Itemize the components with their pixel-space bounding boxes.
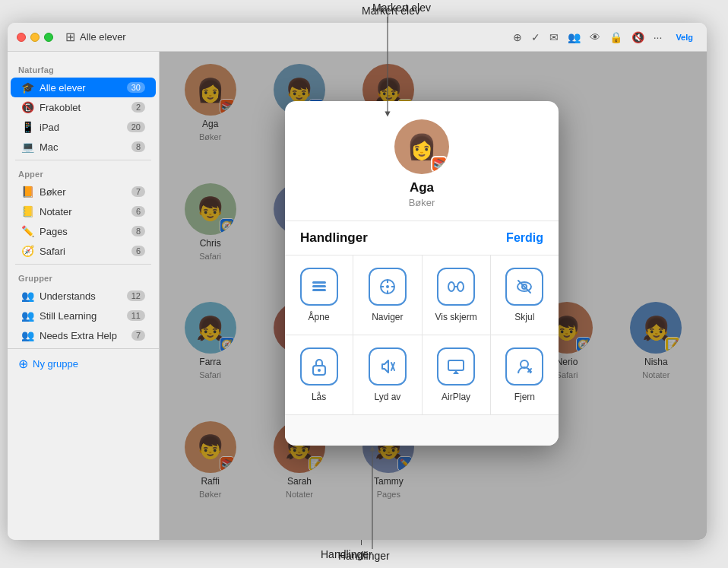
las-label: Lås: [312, 392, 326, 402]
sidebar-count-notater: 6: [131, 206, 145, 217]
sidebar-item-frakoblet[interactable]: 📵 Frakoblet 2: [11, 97, 156, 117]
apne-icon: [300, 268, 338, 306]
traffic-lights: [17, 33, 53, 42]
titlebar: ⊞ Alle elever ⊕ ✓ ✉ 👥 👁 🔒 🔇 ··· Velg: [8, 23, 707, 52]
still-learning-icon: 👥: [21, 309, 34, 322]
sidebar-count-frakoblet: 2: [131, 102, 145, 113]
understands-icon: 👥: [21, 290, 34, 302]
mute-icon[interactable]: 🔇: [631, 31, 644, 43]
sidebar-label-safari: Safari: [40, 246, 126, 257]
sidebar-divider-2: [15, 264, 151, 265]
frakoblet-icon: 📵: [21, 101, 34, 113]
main-window: ⊞ Alle elever ⊕ ✓ ✉ 👥 👁 🔒 🔇 ··· Velg Nat…: [8, 23, 707, 540]
svg-rect-19: [448, 360, 464, 370]
action-naviger[interactable]: Naviger: [353, 255, 421, 335]
modal-title-row: Handlinger Ferdig: [285, 221, 559, 255]
sidebar: Naturfag 🎓 Alle elever 30 📵 Frakoblet 2 …: [8, 52, 160, 540]
group-icon[interactable]: 👥: [568, 31, 581, 43]
las-icon: [300, 347, 338, 386]
content-area: 👩 📚 Aga Bøker 👦 🧭 Brian Safari: [160, 52, 707, 540]
annotation-marked-student-label: Markert elev: [362, 5, 420, 17]
svg-point-4: [386, 285, 389, 288]
sidebar-footer: ⊕ Ny gruppe: [8, 348, 159, 379]
action-vis-skjerm[interactable]: Vis skjerm: [423, 255, 490, 335]
window-title: Alle elever: [80, 31, 126, 43]
modal-footer: [285, 415, 559, 446]
sidebar-count-still-learning: 11: [127, 310, 145, 321]
skjul-label: Skjul: [514, 312, 534, 322]
svg-rect-2: [312, 281, 326, 284]
lyd-av-label: Lyd av: [374, 392, 400, 402]
maximize-button[interactable]: [44, 33, 53, 42]
action-las[interactable]: Lås: [285, 335, 353, 414]
mac-icon: 💻: [21, 141, 34, 153]
airplay-icon: [437, 347, 475, 386]
sidebar-item-alle-elever[interactable]: 🎓 Alle elever 30: [11, 78, 156, 97]
new-group-button[interactable]: ⊕ Ny gruppe: [18, 357, 78, 371]
lyd-av-icon: [369, 347, 407, 386]
more-icon[interactable]: ···: [654, 31, 663, 43]
sidebar-count-alle-elever: 30: [127, 82, 145, 93]
sidebar-item-mac[interactable]: 💻 Mac 8: [11, 137, 156, 157]
action-apne[interactable]: Åpne: [285, 255, 353, 335]
sidebar-toggle-icon[interactable]: ⊞: [65, 30, 75, 44]
sidebar-section-naturfag: Naturfag: [8, 59, 159, 78]
sidebar-item-ipad[interactable]: 📱 iPad 20: [11, 117, 156, 137]
action-lyd-av[interactable]: Lyd av: [353, 335, 421, 414]
new-group-label: Ny gruppe: [33, 358, 78, 370]
pages-icon: ✏️: [21, 225, 34, 237]
plus-icon: ⊕: [18, 357, 28, 371]
eye-icon[interactable]: 👁: [590, 31, 600, 43]
sidebar-label-boker: Bøker: [40, 186, 126, 198]
sidebar-label-frakoblet: Frakoblet: [40, 102, 126, 113]
svg-point-9: [448, 282, 454, 291]
sidebar-label-pages: Pages: [40, 226, 126, 237]
modal-student-app: Bøker: [409, 197, 435, 208]
modal-header: 👩 📚 Aga Bøker: [285, 101, 559, 221]
sidebar-label-understands: Understands: [40, 290, 122, 302]
fjern-label: Fjern: [514, 392, 535, 402]
window-title-area: ⊞ Alle elever: [65, 30, 126, 44]
sidebar-item-boker[interactable]: 📙 Bøker 7: [11, 182, 156, 201]
layers-icon[interactable]: ⊕: [513, 31, 522, 43]
sidebar-label-still-learning: Still Learning: [40, 310, 122, 322]
fjern-icon: [505, 347, 543, 386]
titlebar-actions: ⊕ ✓ ✉ 👥 👁 🔒 🔇 ··· Velg: [513, 31, 698, 43]
sidebar-count-ipad: 20: [127, 122, 145, 132]
sidebar-item-understands[interactable]: 👥 Understands 12: [11, 286, 156, 306]
naviger-label: Naviger: [372, 312, 403, 322]
check-icon[interactable]: ✓: [531, 31, 540, 43]
modal-student-avatar: 👩 📚: [394, 119, 449, 174]
sidebar-count-pages: 8: [131, 226, 145, 236]
boker-icon: 📙: [21, 186, 34, 198]
sidebar-item-pages[interactable]: ✏️ Pages 8: [11, 221, 156, 241]
sidebar-label-notater: Notater: [40, 206, 126, 217]
action-airplay[interactable]: AirPlay: [423, 335, 490, 414]
action-fjern[interactable]: Fjern: [491, 335, 559, 414]
sidebar-label-alle-elever: Alle elever: [40, 82, 122, 94]
sidebar-section-grupper: Grupper: [8, 268, 159, 286]
sidebar-item-notater[interactable]: 📒 Notater 6: [11, 201, 156, 221]
vis-skjerm-label: Vis skjerm: [435, 312, 477, 322]
velg-button[interactable]: Velg: [671, 31, 698, 43]
sidebar-count-safari: 6: [131, 246, 145, 256]
mail-icon[interactable]: ✉: [549, 31, 559, 43]
skjul-icon: [505, 268, 543, 306]
action-skjul[interactable]: Skjul: [491, 255, 559, 335]
sidebar-label-needs-extra: Needs Extra Help: [40, 330, 126, 341]
vis-skjerm-icon: [437, 268, 475, 306]
close-button[interactable]: [17, 33, 26, 42]
sidebar-item-still-learning[interactable]: 👥 Still Learning 11: [11, 306, 156, 325]
modal-title: Handlinger: [300, 230, 368, 246]
sidebar-item-safari[interactable]: 🧭 Safari 6: [11, 241, 156, 261]
annotation-actions-label: Handlinger: [321, 548, 372, 560]
airplay-label: AirPlay: [442, 392, 470, 402]
lock-icon[interactable]: 🔒: [609, 31, 622, 43]
sidebar-item-needs-extra[interactable]: 👥 Needs Extra Help 7: [11, 325, 156, 345]
sidebar-count-mac: 8: [131, 141, 145, 152]
minimize-button[interactable]: [30, 33, 40, 42]
notater-icon: 📒: [21, 205, 34, 217]
sidebar-count-understands: 12: [127, 290, 145, 301]
svg-point-16: [318, 369, 321, 372]
modal-done-button[interactable]: Ferdig: [506, 231, 543, 245]
